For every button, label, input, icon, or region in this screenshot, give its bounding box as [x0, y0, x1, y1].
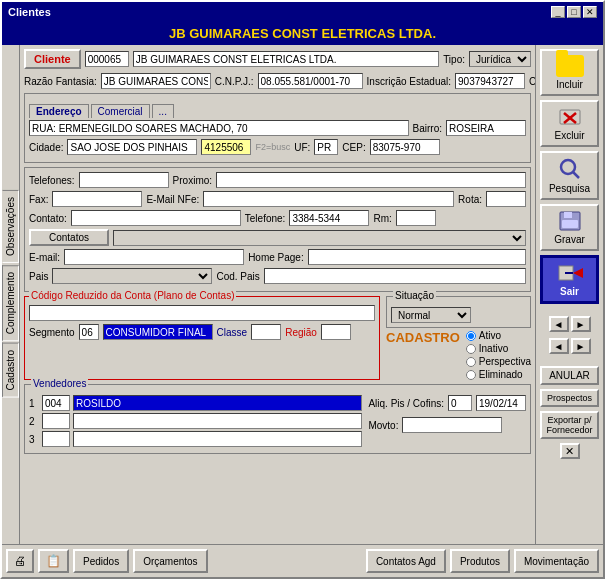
x-button[interactable]: ✕: [560, 443, 580, 459]
radio-ativo[interactable]: Ativo: [466, 330, 531, 341]
contatos-dropdown[interactable]: [113, 230, 526, 246]
excluir-icon: [558, 106, 582, 128]
contatos-button[interactable]: Contatos: [29, 229, 109, 246]
vendedor-1-name[interactable]: [73, 395, 362, 411]
minimize-button[interactable]: _: [551, 6, 565, 18]
movimentacao-button[interactable]: Movimentação: [514, 549, 599, 573]
pais-select[interactable]: [52, 268, 212, 284]
regiao-field[interactable]: [321, 324, 351, 340]
fax-label: Fax:: [29, 194, 48, 205]
segmento-name-field[interactable]: [103, 324, 213, 340]
side-tab-complemento[interactable]: Complemento: [2, 265, 19, 341]
rm-field[interactable]: [396, 210, 436, 226]
copy-button[interactable]: 📋: [38, 549, 69, 573]
sair-button[interactable]: Sair: [540, 255, 599, 304]
pesquisa-icon: [557, 157, 583, 181]
print-button[interactable]: 🖨: [6, 549, 34, 573]
razao-field[interactable]: [101, 73, 211, 89]
center-content: Cliente Tipo: Jurídica Física Razão Fant…: [20, 45, 535, 544]
vendedor-3-code[interactable]: [42, 431, 70, 447]
uf-field[interactable]: [314, 139, 338, 155]
orcamentos-button[interactable]: Orçamentos: [133, 549, 207, 573]
fax-row: Fax: E-Mail NFe: Rota:: [29, 191, 526, 207]
cnpj-field[interactable]: [258, 73, 363, 89]
client-name-field[interactable]: [133, 51, 439, 67]
cod-pais-field[interactable]: [264, 268, 526, 284]
addr-tab-endereco[interactable]: Endereço: [29, 104, 89, 118]
cnpj-label: C.N.P.J.:: [215, 76, 254, 87]
segmento-row: Segmento Classe Região: [29, 324, 375, 340]
email-label: E-mail:: [29, 252, 60, 263]
pais-row: Pais Cod. Pais: [29, 268, 526, 284]
vendedor-2-name[interactable]: [73, 413, 362, 429]
radio-eliminado[interactable]: Eliminado: [466, 369, 531, 380]
situacao-group: Situação Normal Bloqueado: [386, 296, 531, 328]
aliq-label: Aliq. Pis / Cofins:: [368, 398, 444, 409]
maximize-button[interactable]: □: [567, 6, 581, 18]
radio-inativo[interactable]: Inativo: [466, 343, 531, 354]
aliq-value-field[interactable]: [448, 395, 472, 411]
cidade-code-field[interactable]: [201, 139, 251, 155]
email-nfe-field[interactable]: [203, 191, 454, 207]
codigo-plano-field[interactable]: [29, 305, 375, 321]
anular-button[interactable]: ANULAR: [540, 366, 599, 385]
vendedor-row-2: 2: [29, 413, 362, 429]
complemento-section: Código Reduzido da Conta (Plano de Conta…: [24, 296, 531, 380]
cidade-field[interactable]: [67, 139, 197, 155]
fax-field[interactable]: [52, 191, 142, 207]
incluir-button[interactable]: Incluir: [540, 49, 599, 96]
gravar-icon: [558, 210, 582, 232]
email-field[interactable]: [64, 249, 244, 265]
inscricao-label: Inscrição Estadual:: [367, 76, 452, 87]
last-button[interactable]: ►: [571, 338, 591, 354]
cliente-tab[interactable]: Cliente: [24, 49, 81, 69]
radio-perspectiva[interactable]: Perspectiva: [466, 356, 531, 367]
vendedor-2-code[interactable]: [42, 413, 70, 429]
aliq-date-field[interactable]: [476, 395, 526, 411]
client-code-field[interactable]: [85, 51, 129, 67]
sair-label: Sair: [560, 286, 579, 297]
proximo-field[interactable]: [216, 172, 526, 188]
tipo-select[interactable]: Jurídica Física: [469, 51, 531, 67]
razao-label: Razão Fantasia:: [24, 76, 97, 87]
close-button[interactable]: ✕: [583, 6, 597, 18]
pesquisa-label: Pesquisa: [549, 183, 590, 194]
rota-field[interactable]: [486, 191, 526, 207]
movto-row: Movto:: [368, 417, 526, 433]
contatos-agd-button[interactable]: Contatos Agd: [366, 549, 446, 573]
situacao-select[interactable]: Normal Bloqueado: [391, 307, 471, 323]
excluir-button[interactable]: Excluir: [540, 100, 599, 147]
cep-field[interactable]: [370, 139, 440, 155]
vendedor-1-code[interactable]: [42, 395, 70, 411]
incluir-icon: [556, 55, 584, 77]
produtos-button[interactable]: Produtos: [450, 549, 510, 573]
exportar-button[interactable]: Exportar p/ Fornecedor: [540, 411, 599, 439]
next-button[interactable]: ►: [571, 316, 591, 332]
first-button[interactable]: ◄: [549, 338, 569, 354]
address-group: Endereço Comercial ... Bairro: Cidade: F…: [24, 93, 531, 163]
bairro-field[interactable]: [446, 120, 526, 136]
prev-button[interactable]: ◄: [549, 316, 569, 332]
telefone-field[interactable]: [289, 210, 369, 226]
telefones-field[interactable]: [79, 172, 169, 188]
vendedor-3-name[interactable]: [73, 431, 362, 447]
classe-field[interactable]: [251, 324, 281, 340]
prospectos-button[interactable]: Prospectos: [540, 389, 599, 407]
homepage-field[interactable]: [308, 249, 526, 265]
inscricao-field[interactable]: [455, 73, 525, 89]
side-tab-observacoes[interactable]: Observações: [2, 190, 19, 263]
contato-field[interactable]: [71, 210, 241, 226]
pesquisa-button[interactable]: Pesquisa: [540, 151, 599, 200]
addr-tab-comercial[interactable]: Comercial: [91, 104, 150, 118]
side-tab-cadastro[interactable]: Cadastro: [2, 343, 19, 398]
segmento-code-field[interactable]: [79, 324, 99, 340]
gravar-button[interactable]: Gravar: [540, 204, 599, 251]
cadastro-text: CADASTRO: [386, 330, 460, 380]
pedidos-button[interactable]: Pedidos: [73, 549, 129, 573]
movto-field[interactable]: [402, 417, 502, 433]
addr-tab-more[interactable]: ...: [152, 104, 174, 118]
rua-field[interactable]: [29, 120, 409, 136]
aliq-row: Aliq. Pis / Cofins:: [368, 395, 526, 411]
rua-row: Bairro:: [29, 120, 526, 136]
gravar-label: Gravar: [554, 234, 585, 245]
